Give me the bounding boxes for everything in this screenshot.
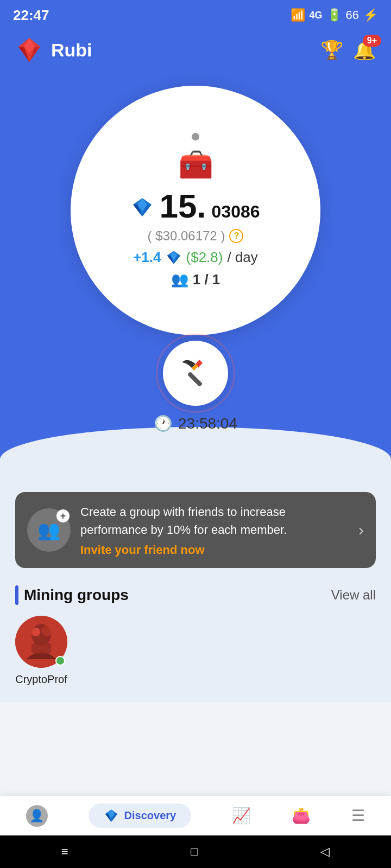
banner-group-icon: 👥 + xyxy=(27,508,71,552)
nav-item-menu[interactable]: ☰ xyxy=(351,807,365,825)
status-time: 22:47 xyxy=(13,7,49,24)
groups-list: CryptoProf xyxy=(15,616,376,691)
app-name: Rubi xyxy=(51,40,92,61)
main-background: 🧰 15. 03086 ( $30.06172 ) ? + xyxy=(0,75,391,481)
content-area: 👥 + Create a group with friends to incre… xyxy=(0,481,391,702)
profile-icon: 👤 xyxy=(29,809,44,823)
svg-rect-12 xyxy=(187,372,203,387)
circle-dot xyxy=(192,133,199,141)
chest-icon: 🧰 xyxy=(178,148,213,181)
banner-invite-text[interactable]: Invite your friend now xyxy=(80,543,349,557)
discovery-diamond-icon xyxy=(104,809,119,822)
nav-item-discovery[interactable]: Discovery xyxy=(89,803,192,828)
mining-area: 🕐 23:58:04 xyxy=(0,341,391,438)
signal-icon: 📶 xyxy=(291,8,305,22)
banner-chevron-icon: › xyxy=(358,521,364,539)
list-item[interactable]: CryptoProf xyxy=(15,616,67,686)
invite-banner[interactable]: 👥 + Create a group with friends to incre… xyxy=(15,492,376,568)
android-navbar: ≡ □ ◁ xyxy=(0,835,391,868)
stats-icon: 📈 xyxy=(232,807,251,825)
android-home-button[interactable]: □ xyxy=(174,839,214,864)
app-header: Rubi 🏆 🔔 9+ xyxy=(0,30,391,75)
group-avatar-wrapper xyxy=(15,616,67,668)
balance-circle-container: 🧰 15. 03086 ( $30.06172 ) ? + xyxy=(0,75,391,352)
members-ratio: 1 / 1 xyxy=(193,271,220,288)
charging-icon: ⚡ xyxy=(363,8,378,22)
profile-avatar: 👤 xyxy=(26,805,48,827)
daily-usd: ($2.8) xyxy=(186,249,223,266)
trophy-icon[interactable]: 🏆 xyxy=(320,39,343,61)
nav-item-wallet[interactable]: 👛 xyxy=(292,807,311,825)
bottom-navigation: 👤 Discovery 📈 👛 ☰ xyxy=(0,796,391,835)
section-title-bar xyxy=(15,585,18,605)
bell-wrapper[interactable]: 🔔 9+ xyxy=(353,39,376,61)
section-title-wrapper: Mining groups xyxy=(15,585,129,605)
header-icons: 🏆 🔔 9+ xyxy=(320,39,376,61)
online-indicator xyxy=(55,656,65,666)
banner-text: Create a group with friends to increase … xyxy=(80,503,349,557)
group-people-icon: 👥 xyxy=(37,519,60,541)
view-all-button[interactable]: View all xyxy=(331,588,376,603)
app-logo: Rubi xyxy=(15,36,92,64)
members-icon: 👥 xyxy=(171,271,188,288)
app-logo-icon xyxy=(15,36,43,64)
network-icon: 4G xyxy=(310,10,323,21)
usd-value-text: ( $30.06172 ) xyxy=(148,228,225,244)
svg-point-15 xyxy=(31,628,40,636)
status-bar: 22:47 📶 4G 🔋 66 ⚡ xyxy=(0,0,391,30)
members-row: 👥 1 / 1 xyxy=(171,271,220,288)
balance-circle: 🧰 15. 03086 ( $30.06172 ) ? + xyxy=(71,86,320,335)
balance-decimal: 03086 xyxy=(212,202,260,222)
daily-plus: +1.4 xyxy=(133,249,161,266)
banner-main-text: Create a group with friends to increase … xyxy=(80,503,349,539)
discovery-label: Discovery xyxy=(124,809,176,822)
android-back-button[interactable]: ◁ xyxy=(304,839,346,864)
mining-timer: 23:58:04 xyxy=(178,415,237,432)
balance-main: 15. xyxy=(159,187,206,225)
mining-button[interactable] xyxy=(163,341,228,406)
nav-item-stats[interactable]: 📈 xyxy=(232,807,251,825)
svg-rect-17 xyxy=(31,643,51,654)
nav-item-profile[interactable]: 👤 xyxy=(26,805,48,827)
notification-badge: 9+ xyxy=(363,35,381,47)
daily-diamond-icon xyxy=(166,250,182,265)
svg-point-16 xyxy=(41,626,52,636)
battery-icon: 🔋 xyxy=(327,8,342,22)
group-name: CryptoProf xyxy=(15,673,67,686)
mining-groups-header: Mining groups View all xyxy=(15,585,376,605)
clock-icon: 🕐 xyxy=(154,414,173,432)
usd-value-row: ( $30.06172 ) ? xyxy=(148,228,244,244)
status-icons: 📶 4G 🔋 66 ⚡ xyxy=(291,8,379,22)
android-menu-button[interactable]: ≡ xyxy=(45,839,85,864)
balance-row: 15. 03086 xyxy=(131,187,260,225)
timer-row: 🕐 23:58:04 xyxy=(154,414,237,432)
plus-badge: + xyxy=(56,509,70,522)
battery-percent: 66 xyxy=(346,8,359,22)
daily-rate-row: +1.4 ($2.8) / day xyxy=(133,249,258,266)
daily-unit: / day xyxy=(227,249,257,266)
question-icon[interactable]: ? xyxy=(229,229,243,243)
mining-groups-title: Mining groups xyxy=(24,586,129,604)
wallet-icon: 👛 xyxy=(292,807,311,825)
menu-icon: ☰ xyxy=(351,807,365,825)
pickaxe-icon xyxy=(176,354,215,392)
diamond-icon-blue xyxy=(131,197,154,218)
